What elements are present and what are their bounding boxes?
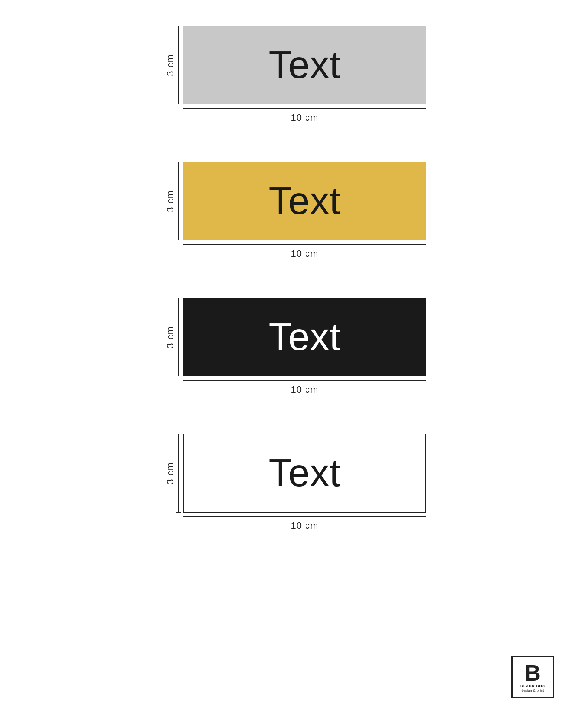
height-text-black: 3 cm [165, 326, 176, 348]
width-text-gold: 10 cm [291, 248, 319, 259]
vertical-line [178, 162, 179, 240]
width-line-silver [183, 108, 426, 109]
height-label-gold: 3 cm [162, 162, 179, 240]
sign-text-outline: Text [268, 451, 340, 495]
height-text-silver: 3 cm [165, 54, 176, 76]
width-text-outline: 10 cm [291, 520, 319, 531]
width-label-black: 10 cm [183, 380, 426, 395]
sign-text-gold: Text [268, 179, 340, 223]
width-line-gold [183, 244, 426, 245]
tick-bottom [176, 240, 181, 240]
page: 3 cm Text 10 cm 3 cm Text [0, 0, 588, 724]
sign-text-silver: Text [268, 43, 340, 87]
width-line-outline [183, 516, 426, 517]
vertical-line [178, 26, 179, 104]
sign-rect-gold: Text [183, 162, 426, 240]
height-label-outline: 3 cm [162, 434, 179, 513]
logo-brand: BLACK BOX [520, 684, 545, 689]
tick-bottom [176, 104, 181, 104]
logo-letter: B [525, 662, 541, 684]
width-line-black [183, 380, 426, 381]
vertical-line [178, 434, 179, 513]
sign-rect-silver: Text [183, 26, 426, 104]
width-text-silver: 10 cm [291, 112, 319, 123]
width-label-outline: 10 cm [183, 516, 426, 531]
sign-rect-outline: Text [183, 434, 426, 513]
width-label-gold: 10 cm [183, 244, 426, 259]
sign-block-silver: 3 cm Text 10 cm [162, 26, 426, 123]
sign-text-black: Text [268, 315, 340, 359]
height-text-outline: 3 cm [165, 462, 176, 484]
logo-tagline: design & print [521, 689, 544, 692]
sign-rect-black: Text [183, 298, 426, 376]
company-logo: B BLACK BOX design & print [511, 656, 554, 698]
tick-bottom [176, 376, 181, 376]
height-label-black: 3 cm [162, 298, 179, 376]
height-text-gold: 3 cm [165, 190, 176, 212]
tick-bottom [176, 512, 181, 513]
height-label-silver: 3 cm [162, 26, 179, 104]
sign-block-outline: 3 cm Text 10 cm [162, 434, 426, 531]
vertical-line [178, 298, 179, 376]
width-text-black: 10 cm [291, 384, 319, 395]
sign-block-gold: 3 cm Text 10 cm [162, 162, 426, 259]
width-label-silver: 10 cm [183, 108, 426, 123]
sign-block-black: 3 cm Text 10 cm [162, 298, 426, 395]
